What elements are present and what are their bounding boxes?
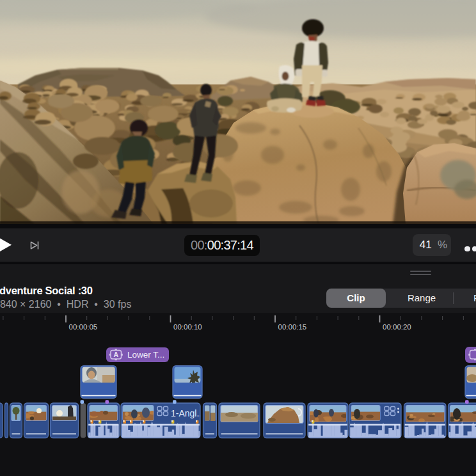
svg-text:A: A [114,351,119,358]
svg-text:1-Angl...: 1-Angl... [171,408,204,418]
svg-text:00:00:15: 00:00:15 [278,323,307,331]
svg-text:00:00:10: 00:00:10 [173,323,202,331]
svg-text:00:00:05: 00:00:05 [69,323,98,331]
svg-text:Lower T...: Lower T... [127,350,164,360]
svg-text:00:00:20: 00:00:20 [383,323,411,331]
